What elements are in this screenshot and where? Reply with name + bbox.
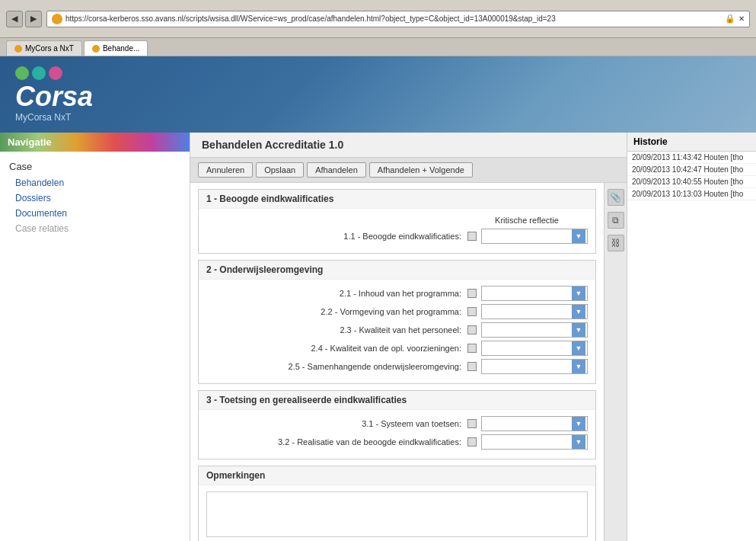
row-3-2: 3.2 - Realisatie van de beoogde eindkwal… <box>206 434 588 450</box>
tab-icon-mycorsa <box>14 45 22 53</box>
dropdown-arrow-2-5[interactable]: ▼ <box>572 360 585 373</box>
dropdown-2-3[interactable]: ▼ <box>481 322 588 338</box>
back-button[interactable]: ◀ <box>6 11 23 27</box>
section-toetsing: 3 - Toetsing en gerealiseerde eindkwalif… <box>198 390 596 459</box>
section3-body: 3.1 - Systeem van toetsen: ▼ <box>199 410 595 459</box>
historie-item-0: 20/09/2013 11:43:42 Houten [tho <box>627 152 756 164</box>
afhandelen-volgende-button[interactable]: Afhandelen + Volgende <box>369 162 473 178</box>
historie-panel: Historie 20/09/2013 11:43:42 Houten [tho… <box>627 133 756 541</box>
content-panel: Behandelen Accreditatie 1.0 Annuleren Op… <box>190 133 627 541</box>
close-icon[interactable]: ✕ <box>738 14 745 23</box>
row-2-2: 2.2 - Vormgeving van het programma: ▼ <box>206 304 588 319</box>
row-2-4: 2.4 - Kwaliteit van de opl. voorzieninge… <box>206 341 588 356</box>
control-1-1: ▼ <box>467 229 588 244</box>
copy-icon[interactable]: ⧉ <box>608 212 624 229</box>
remarks-textarea[interactable] <box>206 491 588 537</box>
section-onderwijsleeromgeving: 2 - Onderwijsleeromgeving 2.1 - Inhoud v… <box>198 260 596 384</box>
section-opmerkingen: Opmerkingen <box>198 466 596 541</box>
dot-pink <box>49 66 62 80</box>
dropdown-2-2[interactable]: ▼ <box>481 304 588 319</box>
dropdown-arrow-1-1[interactable]: ▼ <box>572 229 585 243</box>
opmerkingen-header: Opmerkingen <box>199 466 595 485</box>
label-2-2: 2.2 - Vormgeving van het programma: <box>206 307 467 316</box>
dot-teal <box>32 66 46 80</box>
clip-icon[interactable]: 📎 <box>608 189 624 206</box>
afhandelen-button[interactable]: Afhandelen <box>307 162 366 178</box>
forward-button[interactable]: ▶ <box>25 11 42 27</box>
label-3-1: 3.1 - Systeem van toetsen: <box>206 419 467 428</box>
dropdown-3-2[interactable]: ▼ <box>481 434 588 450</box>
label-3-2: 3.2 - Realisatie van de beoogde eindkwal… <box>206 437 467 447</box>
control-3-1: ▼ <box>467 416 588 431</box>
section1-body: Kritische reflectie 1.1 - Beoogde eindkw… <box>199 209 595 253</box>
historie-item-3: 20/09/2013 10:13:03 Houten [tho <box>627 188 756 200</box>
dropdown-1-1[interactable]: ▼ <box>481 229 588 244</box>
checkbox-2-1[interactable] <box>467 289 477 298</box>
label-2-5: 2.5 - Samenhangende onderwijsleeromgevin… <box>206 362 467 371</box>
lock-icon: 🔒 <box>725 14 735 24</box>
section-beoogde-eindkwalificaties: 1 - Beoogde eindkwalificaties Kritische … <box>198 189 596 254</box>
app-header: Corsa MyCorsa NxT <box>0 56 756 133</box>
dropdown-2-4[interactable]: ▼ <box>481 341 588 356</box>
form-content: 1 - Beoogde eindkwalificaties Kritische … <box>190 183 604 541</box>
section2-body: 2.1 - Inhoud van het programma: ▼ <box>199 280 595 383</box>
label-2-1: 2.1 - Inhoud van het programma: <box>206 289 467 298</box>
checkbox-2-2[interactable] <box>467 307 477 316</box>
logo-area: Corsa MyCorsa NxT <box>15 66 93 123</box>
control-3-2: ▼ <box>467 434 588 450</box>
checkbox-2-3[interactable] <box>467 325 477 335</box>
checkbox-1-1[interactable] <box>467 232 477 241</box>
browser-chrome: ◀ ▶ https://corsa-kerberos.sso.avans.nl/… <box>0 0 756 38</box>
control-2-2: ▼ <box>467 304 588 319</box>
row-3-1: 3.1 - Systeem van toetsen: ▼ <box>206 416 588 431</box>
dropdown-3-1[interactable]: ▼ <box>481 416 588 431</box>
sidebar-item-behandelen[interactable]: Behandelen <box>0 175 190 190</box>
checkbox-2-4[interactable] <box>467 344 477 353</box>
checkbox-3-1[interactable] <box>467 419 477 428</box>
nav-buttons: ◀ ▶ <box>6 11 42 27</box>
sidebar-item-dossiers[interactable]: Dossiers <box>0 190 190 206</box>
tabs-bar: MyCors a NxT Behande... <box>0 38 756 56</box>
dropdown-2-1[interactable]: ▼ <box>481 286 588 301</box>
opmerkingen-body <box>199 485 595 541</box>
link-icon[interactable]: ⛓ <box>608 235 624 251</box>
dropdown-arrow-3-1[interactable]: ▼ <box>572 417 585 431</box>
sidebar-item-documenten[interactable]: Documenten <box>0 206 190 221</box>
label-2-3: 2.3 - Kwaliteit van het personeel: <box>206 325 467 335</box>
historie-item-1: 20/09/2013 10:42:47 Houten [tho <box>627 164 756 176</box>
dropdown-2-5[interactable]: ▼ <box>481 359 588 374</box>
label-2-4: 2.4 - Kwaliteit van de opl. voorzieninge… <box>206 344 467 353</box>
control-2-5: ▼ <box>467 359 588 374</box>
sidebar-section-title: Case <box>0 158 190 175</box>
dropdown-arrow-2-4[interactable]: ▼ <box>572 341 585 355</box>
label-1-1: 1.1 - Beoogde eindkwalificaties: <box>206 232 467 241</box>
sidebar-section: Case Behandelen Dossiers Documenten Case… <box>0 152 190 242</box>
dropdown-arrow-2-1[interactable]: ▼ <box>572 287 585 300</box>
checkbox-3-2[interactable] <box>467 437 477 447</box>
dot-green <box>15 66 29 80</box>
row-2-1: 2.1 - Inhoud van het programma: ▼ <box>206 286 588 301</box>
dropdown-arrow-2-3[interactable]: ▼ <box>572 323 585 337</box>
tab-icon-behandelen <box>92 45 100 53</box>
historie-header: Historie <box>627 133 756 152</box>
section1-header: 1 - Beoogde eindkwalificaties <box>199 190 595 209</box>
address-bar[interactable]: https://corsa-kerberos.sso.avans.nl/scri… <box>46 11 750 27</box>
control-2-1: ▼ <box>467 286 588 301</box>
dropdown-arrow-3-2[interactable]: ▼ <box>572 435 585 449</box>
historie-item-2: 20/09/2013 10:40:55 Houten [tho <box>627 176 756 188</box>
row-1-1: 1.1 - Beoogde eindkwalificaties: ▼ <box>206 229 588 244</box>
sidebar-item-caserelaties: Case relaties <box>0 221 190 236</box>
tab-mycorsa[interactable]: MyCors a NxT <box>6 40 82 56</box>
logo-text: Corsa <box>15 83 93 110</box>
main-area: Navigatie Case Behandelen Dossiers Docum… <box>0 133 756 541</box>
kritische-reflectie-header: Kritische reflectie <box>495 216 559 228</box>
content-header: Behandelen Accreditatie 1.0 <box>190 133 627 158</box>
form-area: 1 - Beoogde eindkwalificaties Kritische … <box>190 183 627 541</box>
toolbar: Annuleren Opslaan Afhandelen Afhandelen … <box>190 158 627 183</box>
checkbox-2-5[interactable] <box>467 362 477 371</box>
opslaan-button[interactable]: Opslaan <box>256 162 304 178</box>
dropdown-arrow-2-2[interactable]: ▼ <box>572 305 585 319</box>
annuleren-button[interactable]: Annuleren <box>198 162 253 178</box>
tab-behandelen[interactable]: Behande... <box>84 40 148 56</box>
logo-dots <box>15 66 62 80</box>
